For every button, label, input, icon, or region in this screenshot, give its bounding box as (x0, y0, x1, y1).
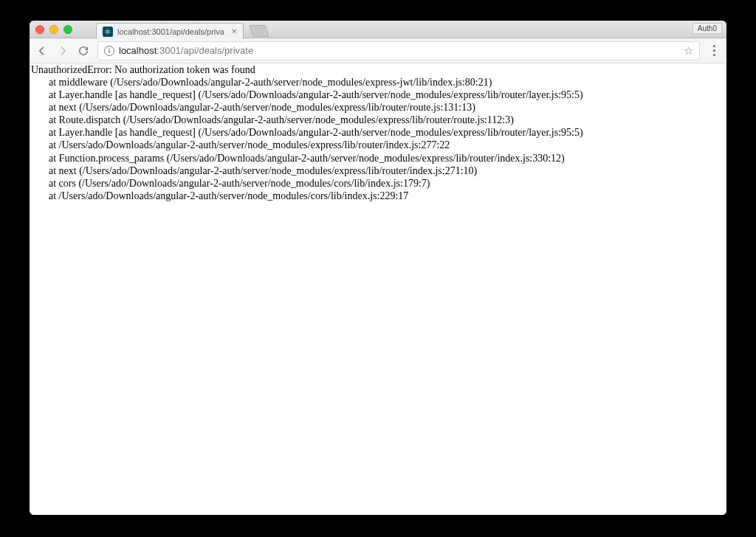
bookmark-star-icon[interactable]: ☆ (684, 44, 693, 58)
new-tab-button[interactable] (249, 25, 269, 37)
window-controls (35, 25, 72, 34)
minimize-window-button[interactable] (49, 25, 58, 34)
tab-close-button[interactable]: × (231, 27, 237, 36)
stack-line: at Function.process_params (/Users/ado/D… (31, 152, 725, 164)
address-bar[interactable]: i localhost:3001/api/deals/private ☆ (97, 41, 700, 60)
stack-line: at /Users/ado/Downloads/angular-2-auth/s… (31, 139, 725, 151)
error-stack: at middleware (/Users/ado/Downloads/angu… (31, 76, 725, 202)
stack-line: at Route.dispatch (/Users/ado/Downloads/… (31, 114, 725, 126)
stack-line: at Layer.handle [as handle_request] (/Us… (31, 89, 725, 101)
site-info-icon[interactable]: i (104, 46, 114, 56)
extension-badge-auth0[interactable]: Auth0 (693, 23, 722, 34)
page-content: UnauthorizedError: No authorization toke… (30, 63, 726, 515)
stack-line: at Layer.handle [as handle_request] (/Us… (31, 126, 725, 139)
browser-tab[interactable]: ✻ localhost:3001/api/deals/priva × (96, 23, 244, 39)
close-window-button[interactable] (35, 25, 44, 34)
url-path: :3001/api/deals/private (157, 45, 253, 56)
stack-line: at next (/Users/ado/Downloads/angular-2-… (31, 101, 725, 114)
error-header: UnauthorizedError: No authorization toke… (31, 63, 725, 76)
url-host: localhost (119, 45, 157, 56)
stack-line: at next (/Users/ado/Downloads/angular-2-… (31, 164, 725, 177)
toolbar: i localhost:3001/api/deals/private ☆ (30, 38, 726, 63)
stack-line: at /Users/ado/Downloads/angular-2-auth/s… (31, 190, 725, 202)
tab-title: localhost:3001/api/deals/priva (117, 27, 227, 36)
back-button[interactable] (35, 44, 49, 58)
zoom-window-button[interactable] (63, 25, 72, 34)
forward-button[interactable] (56, 44, 69, 58)
tab-favicon: ✻ (103, 27, 113, 37)
stack-line: at cors (/Users/ado/Downloads/angular-2-… (31, 177, 725, 190)
reload-button[interactable] (77, 44, 90, 58)
titlebar: ✻ localhost:3001/api/deals/priva × Auth0 (30, 21, 726, 38)
stack-line: at middleware (/Users/ado/Downloads/angu… (31, 76, 725, 89)
url-text: localhost:3001/api/deals/private (119, 45, 253, 56)
browser-window: ✻ localhost:3001/api/deals/priva × Auth0… (30, 21, 726, 515)
browser-menu-button[interactable] (707, 45, 721, 56)
